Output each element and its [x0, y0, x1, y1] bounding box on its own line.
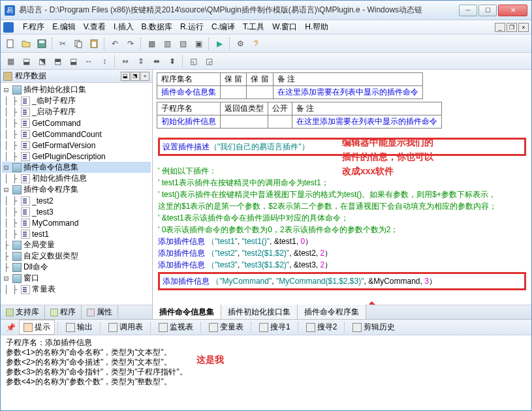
- tree-node[interactable]: ⊟插件命令程序集: [2, 184, 151, 195]
- tab-plugin-cmd-info[interactable]: 插件命令信息集: [153, 305, 221, 319]
- paste-icon[interactable]: [87, 37, 101, 51]
- copy-icon[interactable]: [71, 37, 86, 51]
- help-icon[interactable]: ?: [249, 37, 263, 51]
- svg-rect-0: [7, 40, 13, 48]
- tree-node[interactable]: ⊟插件初始化接口集: [2, 84, 151, 95]
- app-icon: 易: [5, 5, 15, 16]
- layout3-icon[interactable]: ▤: [176, 37, 190, 51]
- tab-plugin-init[interactable]: 插件初始化接口集: [221, 305, 298, 319]
- align-r-icon[interactable]: ⬔: [35, 54, 49, 68]
- pane-close-icon[interactable]: ×: [140, 72, 149, 81]
- mdi-close-button[interactable]: ×: [518, 23, 529, 32]
- tab-program[interactable]: 程序: [45, 305, 82, 319]
- pane-tool2-icon[interactable]: ⬔: [131, 72, 140, 81]
- same-w-icon[interactable]: ⬌: [149, 54, 164, 68]
- tree-node[interactable]: │├GetCommandCount: [2, 129, 151, 140]
- menu-compile[interactable]: C.编译: [208, 20, 239, 34]
- tree-node[interactable]: │├GetFormatVersion: [2, 140, 151, 151]
- run-icon[interactable]: ▶: [212, 37, 227, 51]
- tree-node[interactable]: ⊟插件命令信息集: [2, 162, 151, 173]
- tab-plugin-cmd-prog[interactable]: 插件命令程序集: [298, 305, 366, 319]
- output-pane: 📌 提示 输出 调用表 监视表 变量表 搜寻1 搜寻2 剪辑历史 子程序名：添加…: [1, 319, 531, 409]
- tab-search1[interactable]: 搜寻1: [255, 320, 295, 335]
- svg-rect-6: [92, 42, 96, 47]
- tab-properties[interactable]: 属性: [82, 305, 118, 319]
- svg-rect-2: [39, 40, 44, 43]
- new-file-icon[interactable]: [3, 37, 18, 51]
- save-icon[interactable]: [35, 37, 49, 51]
- tree-node[interactable]: ⊟窗口: [2, 273, 151, 284]
- layout1-icon[interactable]: ▦: [144, 37, 159, 51]
- dist-h-icon[interactable]: ⇔: [118, 54, 133, 68]
- tab-clipboard[interactable]: 剪辑历史: [348, 320, 399, 335]
- center-v-icon[interactable]: ↕: [97, 54, 112, 68]
- pane-tool1-icon[interactable]: ⬓: [121, 72, 130, 81]
- menu-database[interactable]: B.数据库: [138, 20, 176, 34]
- redo-icon[interactable]: ↷: [123, 37, 138, 51]
- grid-icon[interactable]: ▦: [3, 54, 18, 68]
- annotation-4: 这是我: [196, 355, 224, 365]
- tree-node[interactable]: │├test1: [2, 228, 151, 239]
- layout2-icon[interactable]: ▥: [160, 37, 174, 51]
- dist-v-icon[interactable]: ⇕: [134, 54, 148, 68]
- minimize-button[interactable]: ─: [459, 5, 477, 16]
- menu-help[interactable]: H.帮助: [301, 20, 332, 34]
- same-h-icon[interactable]: ⬍: [165, 54, 180, 68]
- mdi-minimize-button[interactable]: _: [495, 23, 505, 32]
- tree-node[interactable]: │├MyCommand: [2, 217, 151, 228]
- mdi-restore-button[interactable]: ❐: [507, 23, 517, 32]
- tree-node[interactable]: │├初始化插件信息: [2, 173, 151, 184]
- open-file-icon[interactable]: [19, 37, 33, 51]
- tree-node[interactable]: │├GetCommand: [2, 117, 151, 129]
- design-toolbar: ▦ ⬓ ⬔ ⬒ ⬓ ↔ ↕ ⇔ ⇕ ⬌ ⬍ ◱ ◲: [1, 53, 531, 70]
- layout4-icon[interactable]: ▣: [191, 37, 206, 51]
- project-tree[interactable]: ⊟插件初始化接口集│├_临时子程序│├_启动子程序│├GetCommand│├G…: [1, 83, 152, 305]
- menu-tools[interactable]: T.工具: [239, 20, 268, 34]
- tab-search2[interactable]: 搜寻2: [302, 320, 342, 335]
- align-l-icon[interactable]: ⬓: [19, 54, 33, 68]
- tab-vars[interactable]: 变量表: [204, 320, 248, 335]
- menu-file[interactable]: F.程序: [19, 20, 48, 34]
- back-icon[interactable]: ◲: [202, 54, 216, 68]
- center-h-icon[interactable]: ↔: [82, 54, 96, 68]
- svg-rect-4: [77, 42, 82, 48]
- align-b-icon[interactable]: ⬓: [66, 54, 80, 68]
- tree-node[interactable]: ├自定义数据类型: [2, 251, 151, 262]
- folder-icon: [3, 72, 12, 81]
- main-toolbar: ✂ ↶ ↷ ▦ ▥ ▤ ▣ ▶ ⚙ ?: [1, 35, 531, 53]
- tree-node[interactable]: │├_启动子程序: [2, 106, 151, 117]
- menu-run[interactable]: R.运行: [176, 20, 208, 34]
- tree-node[interactable]: ├全局变量: [2, 239, 151, 251]
- output-text[interactable]: 子程序名：添加插件信息 参数<1>的名称为"命令名称"，类型为"文本型"。 参数…: [1, 335, 531, 409]
- tab-output[interactable]: 输出: [61, 320, 97, 335]
- align-t-icon[interactable]: ⬒: [50, 54, 65, 68]
- annotation-2: 插件的信息，你也可以: [342, 151, 433, 162]
- maximize-button[interactable]: ☐: [478, 5, 497, 16]
- front-icon[interactable]: ◱: [186, 54, 200, 68]
- menu-insert[interactable]: I.插入: [110, 20, 138, 34]
- tree-node[interactable]: │├_临时子程序: [2, 95, 151, 106]
- undo-icon[interactable]: ↶: [108, 37, 122, 51]
- tree-node[interactable]: │├_test3: [2, 206, 151, 217]
- tab-calltable[interactable]: 调用表: [104, 320, 148, 335]
- tree-node[interactable]: │├GetPluginDescription: [2, 151, 151, 162]
- menu-view[interactable]: V.查看: [80, 20, 110, 34]
- tree-node[interactable]: │├常量表: [2, 284, 151, 295]
- annotation-3: 改成xxx软件: [342, 165, 394, 177]
- menu-window[interactable]: W.窗口: [268, 20, 301, 34]
- close-button[interactable]: ✕: [498, 5, 527, 16]
- arrow-annotation-icon: [362, 299, 401, 305]
- tab-support-lib[interactable]: 支持库: [1, 305, 45, 319]
- build-icon[interactable]: ⚙: [233, 37, 247, 51]
- table-program-set: 程序集名保 留保 留备 注 插件命令信息集在这里添加需要在列表中显示的插件命令: [157, 72, 423, 99]
- tab-watch[interactable]: 监视表: [154, 320, 198, 335]
- code-editor[interactable]: 设置插件描述（"我们自己的易语言插件"） 编辑器中能显示我们的 插件的信息，你也…: [153, 132, 531, 305]
- pin-icon[interactable]: 📌: [3, 320, 18, 335]
- tab-hint[interactable]: 提示: [19, 320, 55, 335]
- editor-tab-bar: 插件命令信息集 插件初始化接口集 插件命令程序集: [153, 305, 531, 319]
- tree-node[interactable]: │├_test2: [2, 195, 151, 206]
- cut-icon[interactable]: ✂: [55, 37, 70, 51]
- tree-node[interactable]: ├Dll命令: [2, 262, 151, 273]
- menu-edit[interactable]: E.编辑: [48, 20, 79, 34]
- editor-pane: 程序集名保 留保 留备 注 插件命令信息集在这里添加需要在列表中显示的插件命令 …: [153, 70, 531, 319]
